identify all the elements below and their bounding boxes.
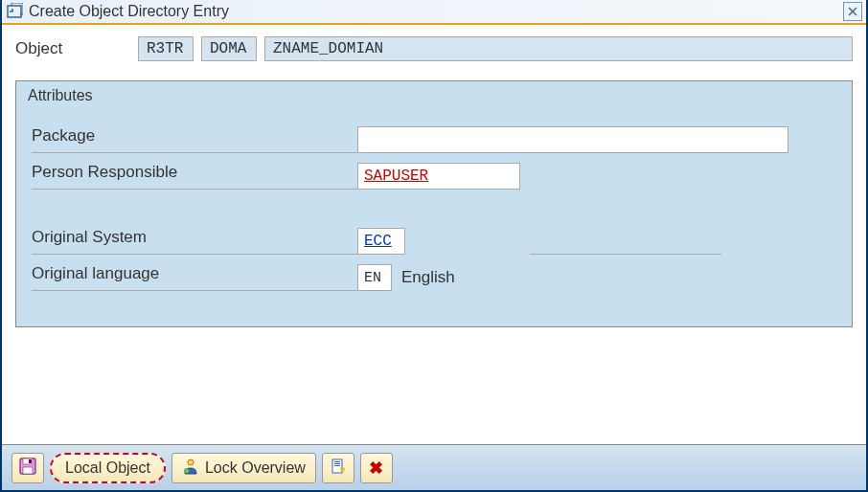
document-icon [331, 458, 346, 478]
package-input[interactable] [357, 126, 788, 153]
local-object-label: Local Object [65, 459, 150, 477]
button-bar: Local Object Lock Overview ✖ [2, 444, 866, 490]
person-label: Person Responsible [32, 163, 357, 190]
svg-rect-10 [334, 461, 340, 462]
attributes-content: Package Person Responsible Original Syst… [16, 110, 852, 326]
window-icon [6, 3, 23, 20]
person-row: Person Responsible [32, 160, 836, 192]
lock-overview-button[interactable]: Lock Overview [171, 453, 316, 483]
language-text: English [401, 268, 455, 287]
person-input[interactable] [357, 163, 520, 190]
svg-point-8 [184, 468, 189, 473]
dialog-window: Create Object Directory Entry Object R3T… [0, 0, 868, 492]
local-object-button[interactable]: Local Object [50, 453, 166, 483]
content-area: Object R3TR DOMA ZNAME_DOMIAN Attributes… [2, 25, 866, 339]
system-label: Original System [32, 228, 357, 255]
cancel-button[interactable]: ✖ [360, 453, 393, 483]
package-label: Package [32, 126, 357, 153]
trailing-line [530, 228, 721, 255]
save-icon [19, 458, 36, 479]
svg-rect-6 [29, 459, 32, 463]
svg-rect-11 [334, 463, 340, 464]
object-name-field: ZNAME_DOMIAN [264, 36, 853, 61]
attributes-panel: Attributes Package Person Responsible Or… [15, 80, 853, 327]
system-value[interactable]: ECC [357, 228, 405, 255]
window-title: Create Object Directory Entry [29, 3, 843, 20]
object-label: Object [15, 39, 130, 58]
object-type2-field: DOMA [201, 36, 257, 61]
object-type1-field: R3TR [138, 36, 194, 61]
save-button[interactable] [11, 453, 44, 483]
language-code: EN [357, 264, 392, 291]
tab-header: Attributes [16, 81, 852, 110]
language-row: Original language EN English [32, 261, 836, 294]
lock-overview-label: Lock Overview [205, 459, 306, 477]
close-icon: ✖ [369, 458, 383, 479]
titlebar: Create Object Directory Entry [2, 0, 866, 25]
language-label: Original language [32, 264, 357, 291]
svg-rect-12 [334, 465, 340, 466]
svg-rect-5 [23, 467, 33, 474]
person-icon [182, 458, 199, 479]
system-row: Original System ECC [32, 225, 836, 257]
object-row: Object R3TR DOMA ZNAME_DOMIAN [15, 36, 853, 61]
svg-point-7 [188, 459, 194, 465]
document-button[interactable] [322, 453, 354, 483]
package-row: Package [32, 123, 836, 156]
close-button[interactable] [843, 2, 862, 21]
tab-attributes[interactable]: Attributes [18, 81, 109, 110]
